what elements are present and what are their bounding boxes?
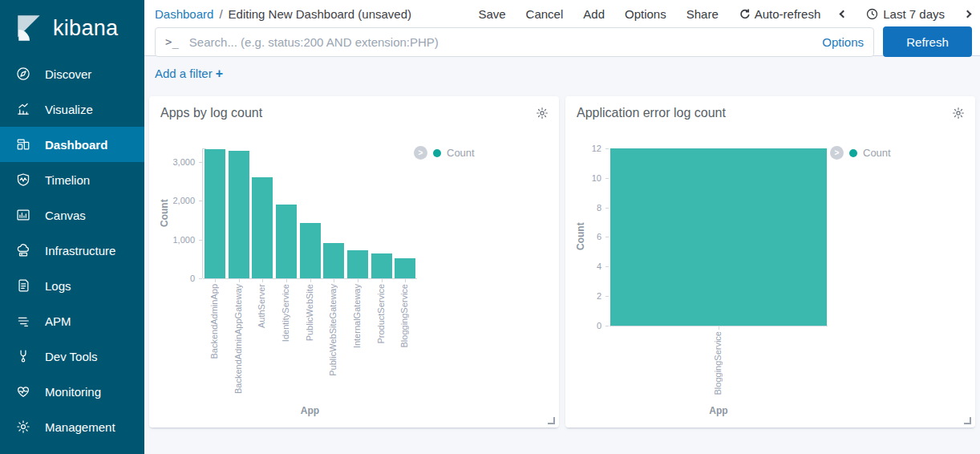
chart-bar[interactable] [323,243,344,278]
apm-lines-icon [16,314,30,328]
x-tick-mark [215,279,216,282]
sidebar-item-monitoring[interactable]: Monitoring [0,374,144,409]
chart-bar[interactable] [347,250,368,278]
panel-resize-handle[interactable] [964,417,971,424]
axis-title-x: App [203,405,417,416]
menu-item-cancel[interactable]: Cancel [526,7,564,21]
visualize-chart-icon [16,102,30,116]
breadcrumb-dashboard-link[interactable]: Dashboard [155,7,213,21]
sidebar-item-label: Logs [45,279,71,293]
panel-title: Application error log count [577,106,726,120]
top-bar: Dashboard / Editing New Dashboard (unsav… [144,0,980,56]
sidebar: kibana DiscoverVisualizeDashboardTimelio… [0,0,144,454]
kibana-logo-icon [14,13,45,43]
sidebar-item-management[interactable]: Management [0,409,144,444]
y-tick-label: 2 [565,291,601,301]
time-range-label: Last 7 days [883,7,945,21]
sidebar-item-label: Discover [45,67,91,81]
search-input[interactable] [188,34,814,50]
terminal-prompt-icon: >_ [165,35,179,48]
chart-bar[interactable] [252,177,273,278]
time-picker-button[interactable]: Last 7 days [866,7,945,21]
y-tick-mark [605,178,609,179]
dashboard-panel: Apps by log countCount01,0002,0003,000Ba… [149,96,559,428]
legend-toggle-chevron-icon[interactable]: > [414,146,427,160]
sidebar-item-label: Monitoring [45,385,101,399]
query-options-link[interactable]: Options [822,35,864,49]
timelion-shield-icon [16,172,30,187]
legend-toggle-chevron-icon[interactable]: > [830,146,844,160]
x-category-label: ProductService [376,284,387,344]
sidebar-item-label: Management [45,420,115,434]
sidebar-item-timelion[interactable]: Timelion [0,162,144,197]
refresh-button[interactable]: Refresh [883,26,972,57]
chart-bar[interactable] [610,148,827,326]
y-tick-mark [605,326,609,326]
y-tick-mark [605,148,609,149]
infrastructure-cloud-icon [16,243,30,257]
sidebar-item-discover[interactable]: Discover [0,56,144,91]
time-forward-chevron-icon[interactable] [964,10,972,18]
refresh-cycle-icon [739,8,750,19]
chart-bar[interactable] [371,253,392,278]
x-tick-mark [358,279,358,282]
dashboard-panel: Application error log countCount02468101… [565,96,975,428]
sidebar-item-apm[interactable]: APM [0,303,144,338]
add-filter-button[interactable]: Add a filter+ [155,67,223,80]
panel-options-button[interactable] [536,107,549,120]
legend-label[interactable]: Count [447,147,475,159]
sidebar-item-dashboard[interactable]: Dashboard [0,127,144,162]
sidebar-item-visualize[interactable]: Visualize [0,91,144,127]
y-tick-label: 0 [149,274,195,283]
legend-color-dot [849,149,857,157]
logo-area[interactable]: kibana [0,0,144,56]
x-tick-mark [334,279,334,282]
x-category-label: BackendAdminAppGateway [233,284,244,394]
logs-scroll-icon [16,278,30,293]
menu-items: SaveCancelAddOptionsShare [478,7,718,21]
x-category-label: PublicWebSite [305,284,315,341]
sidebar-item-label: Infrastructure [45,244,115,257]
legend-color-dot [433,149,441,157]
menu-item-add[interactable]: Add [583,7,605,21]
x-category-label: PublicWebSiteGateway [328,284,338,376]
bar-chart: Count01,0002,0003,000BackendAdminAppBack… [149,128,559,428]
wrench-icon [16,349,30,363]
chart-bar[interactable] [276,205,297,278]
menu-item-options[interactable]: Options [625,7,666,21]
canvas-frame-icon [16,208,30,222]
panel-options-button[interactable] [952,107,965,120]
x-tick-mark [286,279,287,282]
y-tick-mark [605,237,609,237]
chart-bar[interactable] [395,258,415,278]
sidebar-item-canvas[interactable]: Canvas [0,197,144,233]
x-category-label: BackendAdminApp [209,284,220,359]
menu-item-save[interactable]: Save [478,7,505,21]
x-tick-mark [382,279,383,282]
gear-icon [952,110,965,122]
legend-label[interactable]: Count [863,147,891,159]
dashboard-content: Add a filter+ Apps by log countCount01,0… [144,56,980,428]
x-tick-mark [239,279,240,282]
x-tick-mark [262,279,263,282]
panel-resize-handle[interactable] [548,417,555,424]
sidebar-item-logs[interactable]: Logs [0,268,144,303]
x-category-label: BloggingService [399,284,410,348]
sidebar-item-infrastructure[interactable]: Infrastructure [0,233,144,268]
x-category-label: IdentityService [281,284,291,342]
x-tick-mark [405,279,406,282]
gear-icon [16,420,30,434]
chart-bar[interactable] [205,149,225,278]
auto-refresh-button[interactable]: Auto-refresh [739,7,821,21]
sidebar-item-dev-tools[interactable]: Dev Tools [0,338,144,374]
y-tick-label: 2,000 [149,196,195,205]
y-tick-mark [605,296,609,297]
dashboard-menu: SaveCancelAddOptionsShare Auto-refresh [478,7,970,21]
brand-name: kibana [53,16,118,41]
chart-bar[interactable] [300,223,321,278]
menu-item-share[interactable]: Share [686,7,719,21]
y-tick-mark [605,266,609,267]
y-tick-mark [605,208,609,209]
time-back-chevron-icon[interactable] [840,10,848,18]
chart-bar[interactable] [229,151,249,278]
